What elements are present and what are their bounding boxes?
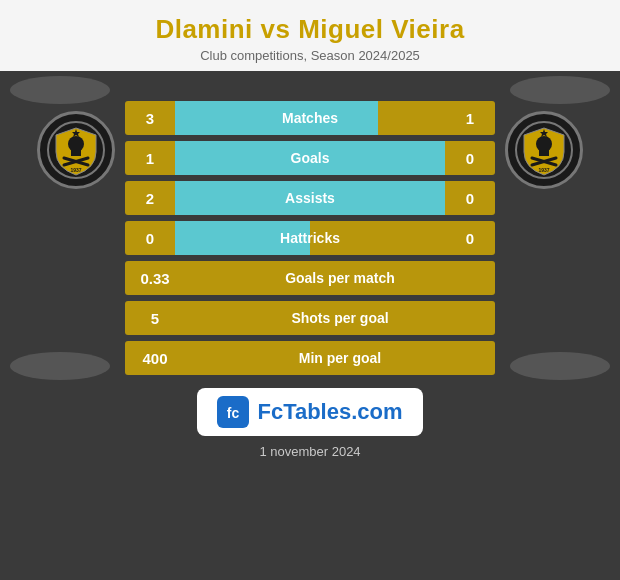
stat-right-value: 0 (445, 150, 495, 167)
svg-text:1937: 1937 (538, 167, 549, 173)
stat-left-value: 2 (125, 190, 175, 207)
stat-row: 2Assists0 (125, 181, 495, 215)
stat-right-value: 0 (445, 230, 495, 247)
stat-label: Assists (285, 190, 335, 206)
svg-rect-2 (71, 150, 81, 156)
stat-right-value: 1 (445, 110, 495, 127)
content-area: 1937 3Matches11Goals02Assists00Hattricks… (0, 71, 620, 580)
stat-left-value: 0 (125, 230, 175, 247)
stat-label: Goals per match (185, 270, 495, 286)
stat-left-value: 0.33 (125, 270, 185, 287)
match-title: Dlamini vs Miguel Vieira (10, 14, 610, 45)
stat-row: 0Hattricks0 (125, 221, 495, 255)
stat-left-value: 5 (125, 310, 185, 327)
svg-text:1937: 1937 (70, 167, 81, 173)
stat-left-value: 1 (125, 150, 175, 167)
right-team-logo: 1937 (514, 120, 574, 180)
stat-left-value: 3 (125, 110, 175, 127)
svg-rect-9 (539, 150, 549, 156)
svg-text:fc: fc (227, 405, 240, 421)
footer-date: 1 november 2024 (259, 444, 360, 459)
stats-container: 3Matches11Goals02Assists00Hattricks00.33… (125, 101, 495, 375)
stat-label: Hattricks (280, 230, 340, 246)
svg-point-8 (536, 136, 552, 152)
stat-right-value: 0 (445, 190, 495, 207)
stat-row: 3Matches1 (125, 101, 495, 135)
stat-label: Matches (282, 110, 338, 126)
svg-point-1 (68, 136, 84, 152)
right-team-badge: 1937 (505, 111, 583, 189)
page-container: Dlamini vs Miguel Vieira Club competitio… (0, 0, 620, 580)
header: Dlamini vs Miguel Vieira Club competitio… (0, 0, 620, 71)
stat-row-single: 0.33Goals per match (125, 261, 495, 295)
left-team-badge: 1937 (37, 111, 115, 189)
match-subtitle: Club competitions, Season 2024/2025 (10, 48, 610, 63)
stat-bar-fill (175, 101, 378, 135)
fctables-icon: fc (217, 396, 249, 428)
fctables-text: FcTables.com (257, 399, 402, 425)
stat-row-single: 5Shots per goal (125, 301, 495, 335)
stat-label: Goals (291, 150, 330, 166)
stat-label: Shots per goal (185, 310, 495, 326)
stat-row: 1Goals0 (125, 141, 495, 175)
left-team-logo: 1937 (46, 120, 106, 180)
fctables-logo: fc FcTables.com (197, 388, 422, 436)
